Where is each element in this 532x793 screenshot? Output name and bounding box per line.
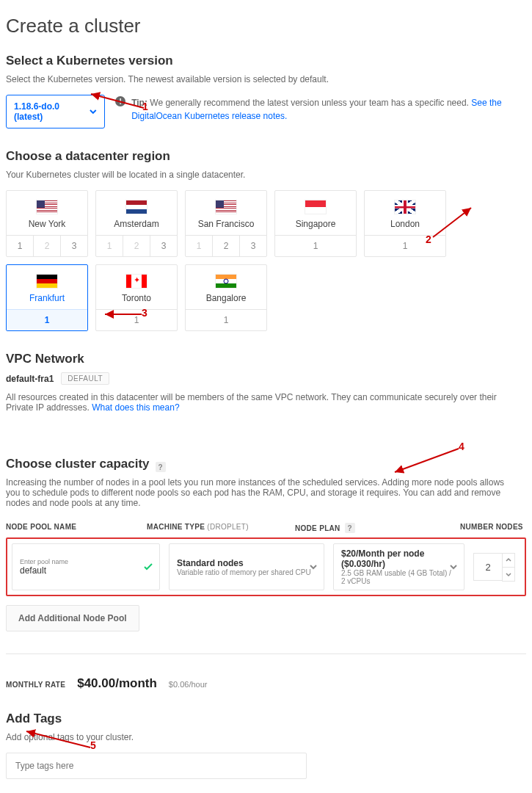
chevron-up-icon <box>505 557 512 564</box>
rate-label: MONTHLY RATE <box>6 681 65 689</box>
region-number: 2 <box>123 236 150 256</box>
chevron-down-icon <box>505 571 512 578</box>
region-card-new-york[interactable]: New York123 <box>6 190 88 257</box>
region-name: Singapore <box>275 219 356 229</box>
region-number[interactable]: 2 <box>212 236 239 256</box>
step-up-button[interactable] <box>502 553 515 568</box>
flag-icon <box>36 274 58 289</box>
chevron-down-icon <box>309 562 318 571</box>
region-numbers: 123 <box>7 235 87 256</box>
version-tip: ! Tip: We generally recommend the latest… <box>115 95 526 123</box>
region-card-frankfurt[interactable]: Frankfurt1 <box>6 264 88 331</box>
check-icon <box>143 562 153 572</box>
region-number[interactable]: 1 <box>365 236 445 256</box>
help-icon[interactable]: ? <box>345 523 355 533</box>
region-number: 2 <box>33 236 60 256</box>
section-tags: Add Tags Add optional tags to your clust… <box>6 711 526 779</box>
region-card-toronto[interactable]: Toronto1 <box>95 264 178 331</box>
region-heading: Choose a datacenter region <box>6 149 526 164</box>
flag-icon <box>125 200 147 214</box>
vpc-name: default-fra1 <box>6 374 54 384</box>
annotation-4: 4 <box>459 441 464 452</box>
step-down-button[interactable] <box>502 568 515 582</box>
tip-text: We generally recommend the latest versio… <box>147 98 471 108</box>
vpc-help-link[interactable]: What does this mean? <box>92 402 179 413</box>
region-name: New York <box>7 219 87 229</box>
version-select-label: 1.18.6-do.0 (latest) <box>14 101 89 122</box>
region-number: 1 <box>186 236 212 256</box>
version-heading: Select a Kubernetes version <box>6 54 526 68</box>
region-numbers: 123 <box>96 235 177 256</box>
section-capacity: Choose cluster capacity ? Increasing the… <box>6 457 526 691</box>
region-name: Toronto <box>96 293 177 303</box>
region-numbers: 1 <box>365 235 445 256</box>
region-number[interactable]: 1 <box>7 236 33 256</box>
col-plan: NODE PLAN? <box>295 523 451 533</box>
flag-icon <box>125 274 147 289</box>
tip-prefix: Tip: <box>131 98 147 108</box>
node-count-stepper[interactable]: 2 <box>473 543 520 590</box>
capacity-heading: Choose cluster capacity <box>6 457 150 471</box>
node-pool-row: Enter pool name default Standard nodes V… <box>6 537 526 596</box>
region-number[interactable]: 3 <box>150 236 177 256</box>
region-numbers: 1 <box>7 309 87 330</box>
section-vpc: VPC Network default-fra1 DEFAULT All res… <box>6 352 526 413</box>
region-sub: Your Kubernetes cluster will be located … <box>6 170 526 180</box>
machine-type-select[interactable]: Standard nodes Variable ratio of memory … <box>169 543 324 590</box>
rate-main: $40.00/month <box>77 676 157 691</box>
col-nodes: NUMBER NODES <box>460 523 526 533</box>
rate-sub: $0.06/hour <box>169 680 208 689</box>
region-number[interactable]: 3 <box>60 236 87 256</box>
version-sub: Select the Kubernetes version. The newes… <box>6 74 526 84</box>
regions-grid: New York123Amsterdam123San Francisco123S… <box>6 190 526 331</box>
flag-icon <box>215 274 237 289</box>
region-number[interactable]: 1 <box>186 310 266 330</box>
node-plan-select[interactable]: $20/Month per node ($0.030/hr) 2.5 GB RA… <box>333 543 464 590</box>
region-card-bangalore[interactable]: Bangalore1 <box>185 264 267 331</box>
region-numbers: 1 <box>275 235 356 256</box>
region-name: Amsterdam <box>96 219 177 229</box>
column-headers: NODE POOL NAME MACHINE TYPE (DROPLET) NO… <box>6 523 526 533</box>
node-count-value[interactable]: 2 <box>473 553 502 581</box>
region-number: 1 <box>96 236 123 256</box>
page-title: Create a cluster <box>6 15 526 37</box>
tags-sub: Add optional tags to your cluster. <box>6 732 526 742</box>
flag-icon <box>305 200 327 214</box>
vpc-desc: All resources created in this datacenter… <box>6 392 526 413</box>
flag-icon <box>394 200 416 214</box>
region-name: Frankfurt <box>7 293 87 303</box>
region-numbers: 1 <box>96 309 177 330</box>
col-name: NODE POOL NAME <box>6 523 138 533</box>
version-select[interactable]: 1.18.6-do.0 (latest) <box>6 95 105 128</box>
default-badge: DEFAULT <box>61 372 109 385</box>
monthly-rate: MONTHLY RATE $40.00/month $0.06/hour <box>6 676 526 691</box>
region-name: Bangalore <box>186 293 266 303</box>
node-plan-sub: 2.5 GB RAM usable (4 GB Total) / 2 vCPUs <box>341 569 456 585</box>
flag-icon <box>215 200 237 214</box>
section-version: Select a Kubernetes version Select the K… <box>6 54 526 128</box>
pool-name-field[interactable]: Enter pool name default <box>12 543 160 590</box>
node-plan-value: $20/Month per node ($0.030/hr) <box>341 548 456 569</box>
info-icon: ! <box>115 96 125 106</box>
section-region: Choose a datacenter region Your Kubernet… <box>6 149 526 331</box>
chevron-down-icon <box>449 562 458 571</box>
region-card-san-francisco[interactable]: San Francisco123 <box>185 190 267 257</box>
region-number[interactable]: 3 <box>239 236 266 256</box>
region-number[interactable]: 1 <box>7 310 87 330</box>
region-numbers: 123 <box>186 235 266 256</box>
col-machine: MACHINE TYPE (DROPLET) <box>147 523 286 533</box>
add-node-pool-button[interactable]: Add Additional Node Pool <box>6 605 139 631</box>
help-icon[interactable]: ? <box>156 462 166 472</box>
region-card-singapore[interactable]: Singapore1 <box>274 190 357 257</box>
chevron-down-icon <box>89 107 98 116</box>
divider <box>6 653 526 654</box>
flag-icon <box>36 200 58 214</box>
region-card-amsterdam[interactable]: Amsterdam123 <box>95 190 178 257</box>
tags-input[interactable] <box>6 753 307 779</box>
region-card-london[interactable]: London1 <box>364 190 446 257</box>
machine-type-value: Standard nodes <box>177 558 316 568</box>
region-name: London <box>365 219 445 229</box>
region-number[interactable]: 1 <box>96 310 177 330</box>
region-name: San Francisco <box>186 219 266 229</box>
region-number[interactable]: 1 <box>275 236 356 256</box>
